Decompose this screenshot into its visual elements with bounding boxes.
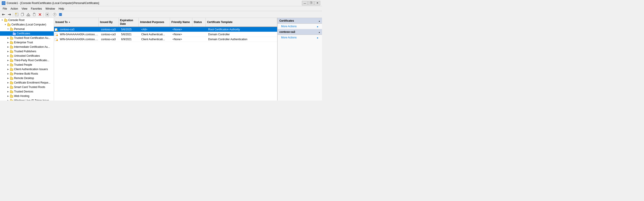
more-actions-contoso-item[interactable]: More Actions [278, 35, 322, 40]
tree-item-preview-build[interactable]: ▶ Preview Build Roots [0, 72, 54, 76]
expander-trusted-root[interactable]: ▶ [6, 36, 10, 40]
expander-personal[interactable]: ▼ [6, 27, 10, 31]
toolbar-separator-2 [44, 12, 44, 17]
tree-item-certificates[interactable]: Certificates [0, 31, 54, 36]
tree-item-client-auth[interactable]: ▶ Client Authentication Issuers [0, 67, 54, 72]
close-button[interactable]: ✕ [314, 1, 320, 5]
cell-cert-template-row1: Root Certification Authority [207, 28, 277, 31]
tree-item-web-hosting[interactable]: ▶ Web Hosting [0, 94, 54, 98]
tree-item-trusted-root[interactable]: ▶ Trusted Root Certification Au... [0, 36, 54, 40]
tree-item-third-party-root[interactable]: ▶ Third-Party Root Certificatio... [0, 58, 54, 63]
tree-item-enterprise-trust[interactable]: ▶ Enterprise Trust [0, 40, 54, 45]
expander-trusted-publishers[interactable]: ▶ [6, 50, 10, 53]
expander-console-root[interactable]: ▼ [0, 18, 4, 22]
tree-label-windows-live: Windows Live ID Token Issue... [14, 99, 51, 101]
expander-certs-local[interactable]: ▼ [4, 23, 7, 26]
cell-cert-template-row2: Domain Controller [207, 33, 277, 36]
menu-help[interactable]: Help [57, 7, 66, 11]
col-header-friendly-name[interactable]: Friendly Name [170, 18, 192, 27]
tree-item-untrusted-certs[interactable]: ▶ Untrusted Certificates [0, 54, 54, 58]
cell-intended-purposes-row2: Client Authenticati... [140, 33, 171, 36]
export-button[interactable] [45, 12, 50, 17]
tree-item-certs-local[interactable]: ▼ Certificates (Local Computer) [0, 22, 54, 27]
more-actions-contoso-label: More Actions [281, 36, 296, 39]
actions-section-contoso[interactable]: contoso-ca3 [278, 29, 322, 35]
minimize-button[interactable]: — [302, 1, 308, 5]
tree-item-trusted-devices[interactable]: ▶ Trusted Devices [0, 89, 54, 94]
col-header-issued-by[interactable]: Issued By [99, 18, 119, 27]
toolbar-separator-1 [13, 12, 13, 17]
back-button[interactable] [1, 12, 6, 17]
tree-label-trusted-people: Trusted People [14, 63, 32, 66]
help-button[interactable]: ? [52, 12, 57, 17]
delete-button[interactable] [37, 12, 42, 17]
window-title: Console1 - [Console Root\Certificates (L… [7, 2, 302, 5]
table-row[interactable]: WIN-0AAAAAAA00A.contoso.com contoso-ca3 … [54, 32, 277, 37]
expander-windows-live[interactable]: ▶ [6, 99, 10, 101]
expander-trusted-devices[interactable]: ▶ [6, 90, 10, 93]
tree-panel: ▼ Console Root ▼ Certificates (Local Com… [0, 18, 54, 101]
more-actions-certs-label: More Actions [281, 25, 296, 28]
main-container: ▼ Console Root ▼ Certificates (Local Com… [0, 18, 322, 101]
col-header-cert-template[interactable]: Certificate Template [206, 18, 277, 27]
tree-label-remote-desktop: Remote Desktop [14, 77, 34, 80]
col-header-issued-to[interactable]: Issued To ▲ [54, 18, 99, 27]
expander-cert-enrollment[interactable]: ▶ [6, 81, 10, 84]
up-button[interactable] [14, 12, 20, 17]
folder-icon-certificates [12, 32, 16, 35]
chevron-up-icon-2 [318, 30, 320, 34]
more-actions-certs-item[interactable]: More Actions [278, 24, 322, 29]
more-actions-certs-arrow [317, 25, 318, 28]
expander-intermediate-cert[interactable]: ▶ [6, 45, 10, 49]
menu-window[interactable]: Window [44, 7, 57, 11]
tree-item-remote-desktop[interactable]: ▶ Remote Desktop [0, 76, 54, 80]
col-header-intended-purposes[interactable]: Intended Purposes [139, 18, 170, 27]
menu-view[interactable]: View [20, 7, 29, 11]
cut-button[interactable] [26, 12, 31, 17]
paste-button[interactable] [32, 12, 37, 17]
expander-enterprise-trust[interactable]: ▶ [6, 41, 10, 44]
content-panel: Issued To ▲ Issued By Expiration Date In… [54, 18, 277, 101]
actions-section-certificates[interactable]: Certificates [278, 18, 322, 24]
tree-item-trusted-publishers[interactable]: ▶ Trusted Publishers [0, 49, 54, 54]
forward-button[interactable] [7, 12, 12, 17]
col-header-status[interactable]: Status [192, 18, 206, 27]
col-header-expiration-date[interactable]: Expiration Date [119, 18, 139, 27]
tree-label-cert-enrollment: Certificate Enrollment Reque... [14, 81, 50, 84]
cell-friendly-name-row2: <None> [171, 33, 194, 36]
tree-item-intermediate-cert[interactable]: ▶ Intermediate Certification Au... [0, 45, 54, 49]
restore-button[interactable]: ❐ [308, 1, 314, 5]
expander-third-party-root[interactable]: ▶ [6, 59, 10, 62]
tree-item-console-root[interactable]: ▼ Console Root [0, 18, 54, 22]
expander-untrusted-certs[interactable]: ▶ [6, 54, 10, 58]
tree-label-untrusted-certs: Untrusted Certificates [14, 54, 40, 57]
table-row[interactable]: contoso-ca3 contoso-ca3 5/6/2025 <All> <… [54, 27, 277, 32]
menu-favorites[interactable]: Favorites [29, 7, 44, 11]
tree-label-web-hosting: Web Hosting [14, 94, 29, 98]
folder-icon-smart-card [10, 86, 14, 89]
cell-expiration-date-row3: 6/9/2021 [120, 38, 140, 41]
expander-certificates[interactable] [9, 32, 12, 35]
expander-trusted-people[interactable]: ▶ [6, 63, 10, 67]
tree-label-intermediate-cert: Intermediate Certification Au... [14, 45, 50, 49]
copy-button[interactable] [20, 12, 25, 17]
tree-item-trusted-people[interactable]: ▶ Trusted People [0, 63, 54, 67]
expander-client-auth[interactable]: ▶ [6, 67, 10, 71]
tree-item-personal[interactable]: ▼ Personal [0, 27, 54, 31]
folder-icon-trusted-devices [10, 90, 14, 93]
tree-item-windows-live[interactable]: ▶ Windows Live ID Token Issue... [0, 98, 54, 101]
expander-web-hosting[interactable]: ▶ [6, 94, 10, 98]
svg-text:?: ? [54, 14, 55, 16]
expander-preview-build[interactable]: ▶ [6, 72, 10, 76]
menu-file[interactable]: File [1, 7, 9, 11]
toolbar: ? [0, 11, 322, 18]
svg-rect-6 [21, 14, 23, 16]
tree-item-smart-card[interactable]: ▶ Smart Card Trusted Roots [0, 85, 54, 89]
svg-line-9 [28, 13, 28, 15]
tree-item-cert-enrollment[interactable]: ▶ Certificate Enrollment Reque... [0, 80, 54, 85]
expander-smart-card[interactable]: ▶ [6, 85, 10, 89]
table-row[interactable]: WIN-0AAAAAAA00A.contoso.com contoso-ca3 … [54, 37, 277, 42]
console-button[interactable] [58, 12, 63, 17]
menu-action[interactable]: Action [9, 7, 20, 11]
expander-remote-desktop[interactable]: ▶ [6, 76, 10, 80]
